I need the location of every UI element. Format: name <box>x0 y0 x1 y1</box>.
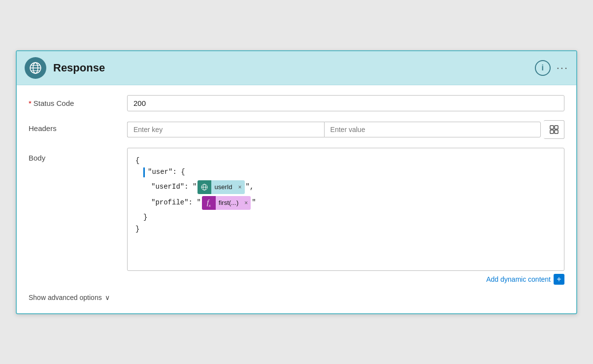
svg-rect-5 <box>550 126 554 129</box>
body-label: Body <box>29 148 127 162</box>
required-star: * <box>29 99 32 107</box>
headers-label: Headers <box>29 120 127 132</box>
globe-icon <box>29 62 42 74</box>
headers-key-input[interactable] <box>127 122 324 137</box>
status-code-content <box>127 95 564 111</box>
body-line-2: "user": { <box>135 166 556 178</box>
body-line-4: "profile": " fx first(...) × " <box>135 196 556 210</box>
status-code-label: *Status Code <box>29 95 127 107</box>
profile-token: fx first(...) × <box>202 196 251 210</box>
userid-token: userId × <box>198 180 244 194</box>
status-code-input[interactable] <box>127 95 564 111</box>
more-button[interactable]: ··· <box>557 63 568 73</box>
body-line-5: } <box>135 212 556 224</box>
headers-value-input[interactable] <box>324 122 541 137</box>
header-actions: i ··· <box>535 60 568 76</box>
response-card: Response i ··· *Status Code Headers <box>16 50 577 314</box>
headers-row: Headers <box>29 120 564 139</box>
advanced-options-toggle[interactable]: Show advanced options ∨ <box>29 294 564 301</box>
svg-rect-6 <box>555 126 558 129</box>
header-icon-wrap <box>25 57 46 79</box>
card-body: *Status Code Headers <box>17 85 576 313</box>
body-line-3: "userId": " userId × <box>135 180 556 194</box>
profile-token-close[interactable]: × <box>241 196 251 210</box>
body-row: Body { "user": { "userId": " <box>29 148 564 285</box>
body-line-6: } <box>135 224 556 235</box>
userid-token-icon <box>198 180 211 194</box>
table-icon <box>549 125 559 134</box>
body-content: { "user": { "userId": " <box>127 148 564 285</box>
add-dynamic-plus-button[interactable]: + <box>554 274 564 285</box>
body-editor[interactable]: { "user": { "userId": " <box>127 148 564 271</box>
headers-content <box>127 120 564 139</box>
body-line-1: { <box>135 155 556 167</box>
advanced-options-label: Show advanced options <box>29 294 102 301</box>
body-bar <box>143 167 145 177</box>
userid-token-close[interactable]: × <box>235 180 245 194</box>
svg-rect-7 <box>550 130 554 133</box>
userid-token-label: userId <box>211 180 235 194</box>
svg-rect-8 <box>555 130 558 133</box>
headers-table-button[interactable] <box>544 120 564 139</box>
add-dynamic-button[interactable]: Add dynamic content <box>486 275 551 283</box>
chevron-down-icon: ∨ <box>105 294 110 301</box>
add-dynamic-section: Add dynamic content + <box>127 274 564 285</box>
profile-token-icon: fx <box>202 196 216 210</box>
profile-token-label: first(...) <box>216 196 241 210</box>
info-button[interactable]: i <box>535 60 551 76</box>
card-header: Response i ··· <box>17 51 576 85</box>
globe-small-icon <box>200 183 208 191</box>
status-code-row: *Status Code <box>29 95 564 111</box>
card-title: Response <box>53 62 535 74</box>
headers-inputs <box>127 120 564 139</box>
